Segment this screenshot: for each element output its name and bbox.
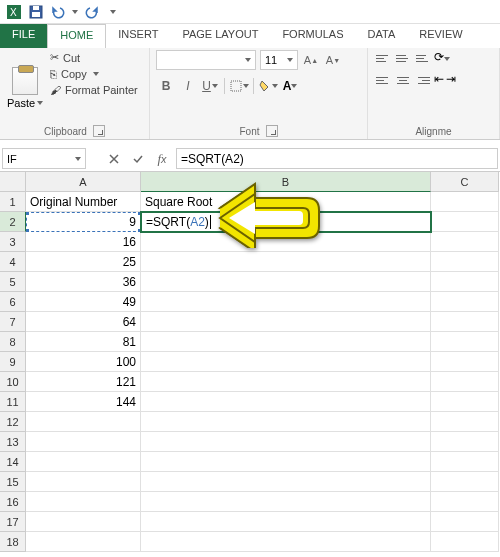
cell-a6[interactable]: 49 — [26, 292, 141, 312]
cell-a14[interactable] — [26, 452, 141, 472]
cell-c3[interactable] — [431, 232, 499, 252]
copy-button[interactable]: ⎘Copy — [48, 67, 140, 81]
cell-b5[interactable] — [141, 272, 431, 292]
col-header-b[interactable]: B — [141, 172, 431, 192]
cell-b16[interactable] — [141, 492, 431, 512]
cell-a11[interactable]: 144 — [26, 392, 141, 412]
increase-font-icon[interactable]: A▲ — [302, 51, 320, 69]
decrease-font-icon[interactable]: A▼ — [324, 51, 342, 69]
cell-a9[interactable]: 100 — [26, 352, 141, 372]
row-header[interactable]: 4 — [0, 252, 26, 272]
cell-c1[interactable] — [431, 192, 499, 212]
cell-c13[interactable] — [431, 432, 499, 452]
cell-a3[interactable]: 16 — [26, 232, 141, 252]
cell-b12[interactable] — [141, 412, 431, 432]
row-header[interactable]: 2 — [0, 212, 26, 232]
tab-page-layout[interactable]: PAGE LAYOUT — [170, 24, 270, 48]
underline-button[interactable]: U — [200, 76, 220, 96]
undo-icon[interactable] — [50, 4, 66, 20]
cell-c14[interactable] — [431, 452, 499, 472]
undo-dropdown-icon[interactable] — [72, 10, 78, 14]
align-bottom-button[interactable] — [414, 50, 432, 66]
cell-a4[interactable]: 25 — [26, 252, 141, 272]
row-header[interactable]: 12 — [0, 412, 26, 432]
cell-a1[interactable]: Original Number — [26, 192, 141, 212]
font-family-combo[interactable] — [156, 50, 256, 70]
cell-c17[interactable] — [431, 512, 499, 532]
select-all-corner[interactable] — [0, 172, 26, 192]
tab-formulas[interactable]: FORMULAS — [270, 24, 355, 48]
cell-a15[interactable] — [26, 472, 141, 492]
tab-file[interactable]: FILE — [0, 24, 47, 48]
cell-a2[interactable]: 9 — [26, 212, 141, 232]
cell-a13[interactable] — [26, 432, 141, 452]
align-middle-button[interactable] — [394, 50, 412, 66]
borders-button[interactable] — [229, 76, 249, 96]
insert-function-button[interactable]: fx — [154, 151, 170, 167]
cell-a8[interactable]: 81 — [26, 332, 141, 352]
cell-a12[interactable] — [26, 412, 141, 432]
name-box[interactable]: IF — [2, 148, 86, 169]
increase-indent-button[interactable]: ⇥ — [446, 72, 456, 88]
format-painter-button[interactable]: 🖌Format Painter — [48, 83, 140, 97]
cancel-formula-button[interactable] — [106, 151, 122, 167]
save-icon[interactable] — [28, 4, 44, 20]
row-header[interactable]: 6 — [0, 292, 26, 312]
row-header[interactable]: 8 — [0, 332, 26, 352]
tab-review[interactable]: REVIEW — [407, 24, 474, 48]
cut-button[interactable]: ✂Cut — [48, 50, 140, 65]
cell-b2[interactable]: =SQRT(A2) — [141, 212, 431, 232]
qat-customize-icon[interactable] — [110, 10, 116, 14]
cell-b13[interactable] — [141, 432, 431, 452]
row-header[interactable]: 18 — [0, 532, 26, 552]
cell-b15[interactable] — [141, 472, 431, 492]
cell-b1[interactable]: Square Root — [141, 192, 431, 212]
cell-c6[interactable] — [431, 292, 499, 312]
cell-c16[interactable] — [431, 492, 499, 512]
cell-a5[interactable]: 36 — [26, 272, 141, 292]
row-header[interactable]: 13 — [0, 432, 26, 452]
cell-c15[interactable] — [431, 472, 499, 492]
cell-b7[interactable] — [141, 312, 431, 332]
font-color-button[interactable]: A — [280, 76, 300, 96]
align-top-button[interactable] — [374, 50, 392, 66]
cell-c10[interactable] — [431, 372, 499, 392]
clipboard-launcher-icon[interactable] — [93, 125, 105, 137]
cell-b17[interactable] — [141, 512, 431, 532]
cell-c18[interactable] — [431, 532, 499, 552]
cell-b8[interactable] — [141, 332, 431, 352]
cell-b6[interactable] — [141, 292, 431, 312]
cell-a16[interactable] — [26, 492, 141, 512]
decrease-indent-button[interactable]: ⇤ — [434, 72, 444, 88]
cell-c5[interactable] — [431, 272, 499, 292]
cell-c11[interactable] — [431, 392, 499, 412]
tab-data[interactable]: DATA — [356, 24, 408, 48]
col-header-c[interactable]: C — [431, 172, 499, 192]
paste-button[interactable]: Paste — [6, 50, 44, 125]
row-header[interactable]: 14 — [0, 452, 26, 472]
cell-b9[interactable] — [141, 352, 431, 372]
cell-c4[interactable] — [431, 252, 499, 272]
cell-c8[interactable] — [431, 332, 499, 352]
row-header[interactable]: 7 — [0, 312, 26, 332]
cell-c2[interactable] — [431, 212, 499, 232]
align-right-button[interactable] — [414, 72, 432, 88]
orientation-button[interactable]: ⟳ — [434, 50, 454, 66]
row-header[interactable]: 17 — [0, 512, 26, 532]
col-header-a[interactable]: A — [26, 172, 141, 192]
row-header[interactable]: 9 — [0, 352, 26, 372]
cell-b3[interactable] — [141, 232, 431, 252]
formula-input[interactable]: =SQRT(A2) — [176, 148, 498, 169]
row-header[interactable]: 3 — [0, 232, 26, 252]
cell-a7[interactable]: 64 — [26, 312, 141, 332]
tab-home[interactable]: HOME — [47, 24, 106, 48]
cell-a18[interactable] — [26, 532, 141, 552]
cell-b14[interactable] — [141, 452, 431, 472]
align-left-button[interactable] — [374, 72, 392, 88]
cell-c12[interactable] — [431, 412, 499, 432]
cell-b10[interactable] — [141, 372, 431, 392]
tab-insert[interactable]: INSERT — [106, 24, 170, 48]
align-center-button[interactable] — [394, 72, 412, 88]
font-launcher-icon[interactable] — [266, 125, 278, 137]
cell-a17[interactable] — [26, 512, 141, 532]
